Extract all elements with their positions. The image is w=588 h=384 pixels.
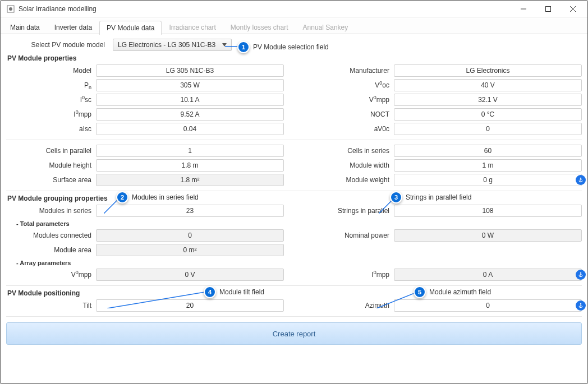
label-module-width: Module width (304, 161, 394, 169)
tab-monthly-losses-chart[interactable]: Montly losses chart (223, 20, 296, 34)
label-module-weight: Module weight (304, 176, 394, 184)
label-modules-connected: Modules connected (6, 232, 96, 239)
tab-inverter-data[interactable]: Inverter data (47, 20, 99, 34)
svg-marker-6 (222, 43, 227, 47)
tab-pv-module-data[interactable]: PV Module data (99, 21, 162, 35)
label-tilt: Tilt (6, 302, 96, 309)
app-icon (6, 4, 15, 13)
label-nominal-power: Nominal power (304, 232, 394, 239)
svg-point-1 (9, 7, 12, 11)
field-pn[interactable]: 305 W (96, 79, 284, 91)
field-cells-series[interactable]: 60 (394, 145, 582, 157)
field-strings-parallel[interactable] (394, 205, 582, 217)
subsection-array-title: - Array parameters (16, 260, 582, 266)
field-manufacturer[interactable]: LG Electronics (394, 64, 582, 77)
field-noct[interactable]: 0 °C (394, 108, 582, 121)
label-av0c: aV0c (304, 125, 394, 133)
field-isc[interactable]: 10.1 A (96, 94, 284, 106)
label-voc: V0oc (304, 81, 394, 89)
field-av0c[interactable]: 0 (394, 123, 582, 135)
field-surface-area: 1.8 m² (96, 174, 284, 186)
label-arr-vmpp: V0mpp (6, 271, 96, 279)
field-voc[interactable]: 40 V (394, 79, 582, 91)
field-nominal-power: 0 W (394, 229, 582, 242)
window-title: Solar irradiance modelling (19, 5, 97, 13)
field-impp[interactable]: 9.52 A (96, 108, 284, 121)
label-strings-parallel: Strings in parallel (304, 207, 394, 215)
pv-select-label: Select PV module model (6, 41, 107, 49)
create-report-button[interactable]: Create report (6, 322, 582, 345)
label-module-area: Module area (6, 246, 96, 254)
label-surface-area: Surface area (6, 176, 96, 184)
label-module-height: Module height (6, 161, 96, 169)
field-vmpp[interactable]: 32.1 V (394, 94, 582, 106)
label-manufacturer: Manufacturer (304, 67, 394, 75)
field-module-width[interactable]: 1 m (394, 159, 582, 172)
section-grouping-title: PV Module grouping properties (7, 195, 582, 202)
minimize-button[interactable] (511, 1, 536, 17)
field-tilt[interactable] (96, 299, 284, 312)
label-aisc: aIsc (6, 125, 96, 133)
label-pn: Pn (6, 81, 96, 89)
close-button[interactable] (561, 1, 585, 17)
maximize-button[interactable] (536, 1, 561, 17)
app-window: Solar irradiance modelling Main data Inv… (0, 0, 588, 384)
label-azimuth: Azimuth (304, 302, 394, 309)
field-module-area: 0 m² (96, 244, 284, 256)
svg-rect-3 (546, 6, 551, 11)
label-cells-parallel: Cells in parallel (6, 147, 96, 155)
field-arr-vmpp: 0 V (96, 269, 284, 281)
subsection-total-title: - Total parameters (16, 220, 582, 227)
field-arr-impp: 0 A (394, 269, 582, 281)
anchor-icon[interactable] (576, 270, 586, 280)
pv-module-select-value: LG Electronics - LG 305 N1C-B3 (118, 41, 220, 49)
field-modules-connected: 0 (96, 229, 284, 242)
tab-main-data[interactable]: Main data (3, 20, 47, 34)
content-area: Select PV module model LG Electronics - … (1, 34, 587, 383)
title-bar: Solar irradiance modelling (1, 1, 587, 17)
field-model[interactable]: LG 305 N1C-B3 (96, 64, 284, 77)
label-cells-series: Cells in series (304, 147, 394, 155)
label-arr-impp: I0mpp (304, 271, 394, 279)
label-isc: I0sc (6, 96, 96, 104)
pv-module-select[interactable]: LG Electronics - LG 305 N1C-B3 (113, 39, 232, 51)
chevron-down-icon (220, 43, 229, 47)
anchor-icon[interactable] (576, 175, 586, 185)
tab-bar: Main data Inverter data PV Module data I… (1, 18, 587, 34)
label-noct: NOCT (304, 110, 394, 118)
label-impp: I0mpp (6, 110, 96, 118)
tab-irradiance-chart[interactable]: Irradiance chart (162, 20, 223, 34)
label-vmpp: V0mpp (304, 96, 394, 104)
field-module-height[interactable]: 1.8 m (96, 159, 284, 172)
field-module-weight[interactable]: 0 g (394, 174, 582, 186)
field-azimuth[interactable] (394, 299, 582, 312)
section-properties-title: PV Module properties (7, 54, 582, 62)
field-aisc[interactable]: 0.04 (96, 123, 284, 135)
section-positioning-title: PV Module positioning (7, 289, 582, 297)
label-model: Model (6, 67, 96, 75)
label-modules-series: Modules in series (6, 207, 96, 215)
field-cells-parallel[interactable]: 1 (96, 145, 284, 157)
field-modules-series[interactable] (96, 205, 284, 217)
tab-annual-sankey[interactable]: Annual Sankey (296, 20, 356, 34)
anchor-icon[interactable] (576, 300, 586, 311)
